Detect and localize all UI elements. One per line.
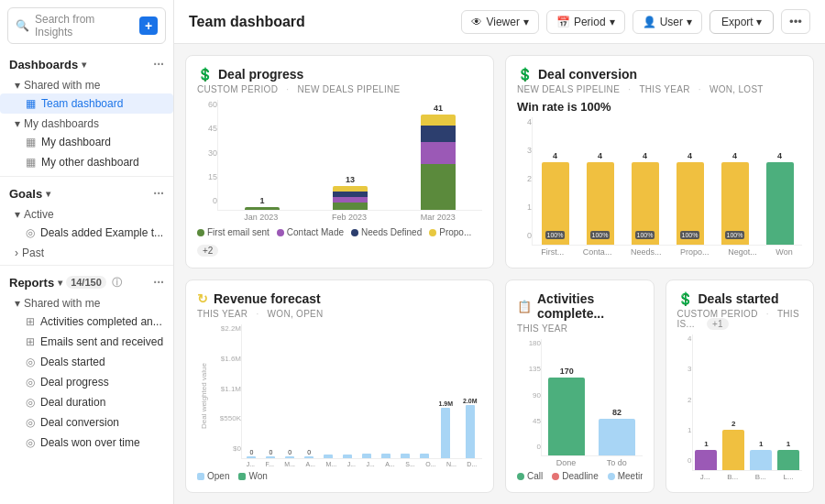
sidebar-item-deal-conversion[interactable]: ◎ Deal conversion (0, 412, 173, 433)
rev-x-a1: A... (306, 461, 316, 467)
deal-progress-icon: 💲 (197, 67, 213, 82)
my-dashboards-label: My dashboards (24, 117, 99, 130)
reports-count: 14/150 (66, 276, 106, 289)
x-negot: Negot... (728, 247, 757, 257)
active-group[interactable]: ▾ Active (0, 204, 173, 223)
period-button[interactable]: 📅 Period ▾ (546, 10, 625, 34)
sidebar-item-emails-sent[interactable]: ⊞ Emails sent and received (0, 332, 173, 352)
past-label: Past (22, 247, 44, 259)
act-y-135: 135 (529, 365, 541, 373)
my-dashboards-group[interactable]: ▾ My dashboards (0, 114, 173, 132)
table-icon3: ▦ (26, 156, 36, 169)
report-icon6: ◎ (26, 416, 35, 429)
dashboards-header[interactable]: Dashboards ▾ ··· (0, 51, 173, 75)
deal-conversion-label: Deal conversion (40, 416, 119, 429)
user-button[interactable]: 👤 User ▾ (632, 10, 702, 34)
deals-started-more[interactable]: +1 (707, 318, 729, 330)
goals-header[interactable]: Goals ▾ ··· (0, 181, 173, 204)
act-y-45: 45 (533, 417, 541, 425)
conv-bar-needs: 4 100% (632, 151, 659, 245)
export-button[interactable]: Export ▾ (710, 10, 774, 34)
ds-bar-b2: 1 (750, 440, 772, 470)
legend-meeting: Meeting (608, 471, 643, 481)
bottom-right: 📋 Activities complete... THIS YEAR 180 1… (505, 279, 814, 493)
deals-won-label: Deals won over time (40, 436, 140, 449)
dashboards-dots[interactable]: ··· (153, 57, 164, 71)
act-bar-todo: 82 (599, 408, 635, 455)
rev-bar-m2 (324, 454, 333, 458)
viewer-button[interactable]: 👁 Viewer ▾ (461, 10, 538, 34)
conv-bar-won: 4 (766, 151, 794, 245)
rev-x-n: N... (446, 461, 456, 467)
reports-shared-label: Shared with me (24, 297, 100, 310)
topbar: Team dashboard 👁 Viewer ▾ 📅 Period ▾ 👤 U… (174, 0, 825, 44)
legend-won: Won (238, 471, 267, 481)
rev-bar-d: 2.0M (463, 398, 478, 458)
activities-legend: Call Deadline Meeting (517, 471, 643, 481)
sidebar-item-deal-duration[interactable]: ◎ Deal duration (0, 392, 173, 412)
sidebar-item-deals-added[interactable]: ◎ Deals added Example t... (0, 223, 173, 243)
sidebar-item-activities-completed[interactable]: ⊞ Activities completed an... (0, 312, 173, 332)
rev-x-a2: A... (385, 461, 395, 467)
act-y-180: 180 (529, 339, 541, 347)
deals-started-label: Deals started (40, 356, 105, 368)
shared-with-me-group[interactable]: ▾ Shared with me (0, 75, 173, 93)
sidebar-item-my-dashboard[interactable]: ▦ My dashboard (0, 132, 173, 152)
report-icon1: ⊞ (26, 315, 35, 328)
y-30: 30 (208, 148, 217, 158)
deal-progress-card: 💲 Deal progress CUSTOM PERIOD · NEW DEAL… (185, 55, 494, 268)
active-label: Active (24, 208, 54, 221)
rev-bar-n: 1.9M (439, 400, 454, 458)
x-conta: Conta... (583, 247, 612, 257)
deals-started-subtitle: CUSTOM PERIOD · THIS IS... +1 (677, 309, 803, 329)
legend-more-button[interactable]: +2 (197, 245, 218, 257)
period-chevron: ▾ (610, 16, 615, 28)
ds-x-b1: B... (727, 473, 738, 481)
sidebar-item-team-dashboard[interactable]: ▦ Team dashboard (0, 93, 173, 114)
sidebar-item-deals-won[interactable]: ◎ Deals won over time (0, 433, 173, 453)
sidebar-item-other-dashboard[interactable]: ▦ My other dashboard (0, 152, 173, 172)
x-won: Won (776, 247, 792, 257)
chevron-my: ▾ (15, 117, 20, 130)
sidebar-item-deal-progress[interactable]: ◎ Deal progress (0, 372, 173, 392)
revenue-forecast-title: ↻ Revenue forecast (197, 291, 482, 306)
export-chevron: ▾ (756, 16, 762, 28)
sidebar: 🔍 Search from Insights + Dashboards ▾ ··… (0, 0, 174, 504)
goals-dots[interactable]: ··· (153, 186, 164, 201)
sidebar-item-deals-started[interactable]: ◎ Deals started (0, 352, 173, 372)
search-placeholder: Search from Insights (35, 13, 134, 38)
y-15: 15 (208, 172, 217, 181)
divider1 (0, 176, 173, 177)
rev-bar-j1: 0 (247, 449, 256, 458)
reports-shared-group[interactable]: ▾ Shared with me (0, 293, 173, 312)
more-button[interactable]: ••• (781, 9, 810, 34)
revenue-icon: ↻ (197, 291, 208, 306)
deal-conversion-icon: 💲 (517, 67, 533, 82)
x-mar: Mar 2023 (421, 213, 456, 222)
user-chevron: ▾ (687, 16, 692, 28)
deals-started-title: 💲 Deals started (677, 291, 803, 306)
dashboards-chevron: ▾ (82, 60, 86, 70)
rev-bar-s (401, 453, 410, 458)
viewer-chevron: ▾ (523, 16, 529, 28)
revenue-forecast-card: ↻ Revenue forecast THIS YEAR · WON, OPEN… (185, 279, 494, 493)
search-bar[interactable]: 🔍 Search from Insights + (7, 7, 166, 44)
user-icon: 👤 (643, 16, 656, 28)
calendar-icon: 📅 (556, 16, 570, 28)
act-x-done: Done (556, 458, 577, 467)
conv-bar-first: 4 100% (542, 151, 569, 245)
deal-conversion-body: Win rate is 100% 4 3 2 1 0 4 (517, 100, 802, 257)
table-icon2: ▦ (26, 136, 36, 148)
add-button[interactable]: + (139, 16, 158, 35)
period-label: Period (574, 16, 606, 28)
rev-x-d: D... (467, 461, 477, 467)
reports-header[interactable]: Reports ▾ 14/150 ⓘ ··· (0, 269, 173, 293)
legend-dot-2 (277, 229, 284, 236)
export-label: Export (721, 16, 754, 28)
legend-dot-call (517, 473, 524, 480)
past-group[interactable]: › Past (0, 243, 173, 261)
deal-progress-label: Deal progress (40, 376, 109, 389)
reports-dots[interactable]: ··· (153, 275, 164, 290)
activities-completed-label: Activities completed an... (40, 315, 162, 328)
act-x-todo: To do (607, 458, 627, 467)
